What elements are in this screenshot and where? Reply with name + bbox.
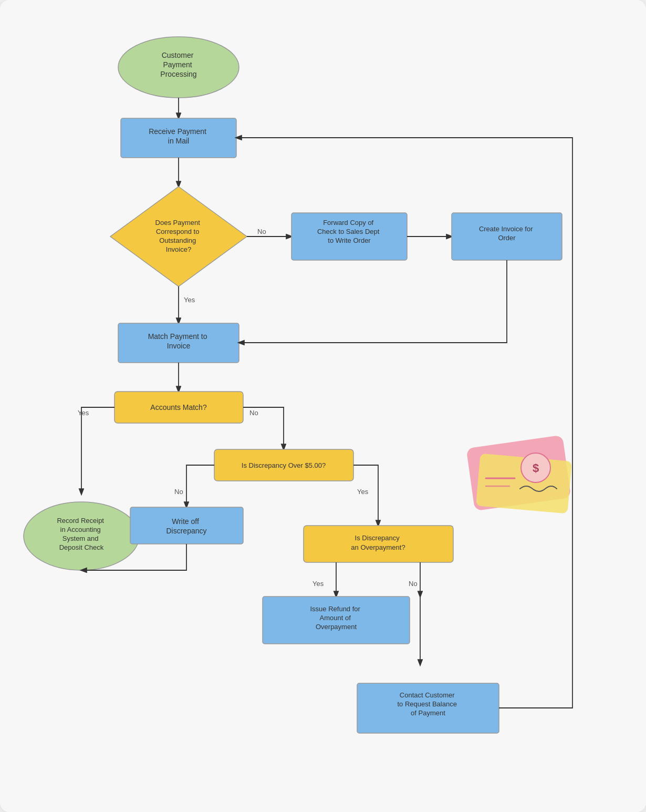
no-label-d1: No	[257, 228, 266, 235]
yes-label-d1: Yes	[184, 296, 195, 304]
svg-text:$: $	[533, 461, 539, 475]
no-label-d4: No	[409, 580, 418, 588]
svg-rect-0	[0, 0, 646, 812]
flowchart-page: Customer Payment Processing Receive Paym…	[0, 0, 646, 812]
svg-text:Is Discrepancy Over $5.00?: Is Discrepancy Over $5.00?	[242, 461, 326, 469]
yes-label-d2: Yes	[78, 409, 89, 417]
yes-label-d4: Yes	[312, 580, 324, 588]
no-label-d2: No	[249, 409, 258, 417]
writeoff-node	[130, 507, 243, 544]
yes-label-d3: Yes	[357, 488, 369, 496]
svg-text:Accounts Match?: Accounts Match?	[150, 403, 207, 412]
no-label-d3: No	[174, 488, 183, 496]
svg-text:Customer
      Payment
      P: Customer Payment Processing	[160, 51, 196, 78]
